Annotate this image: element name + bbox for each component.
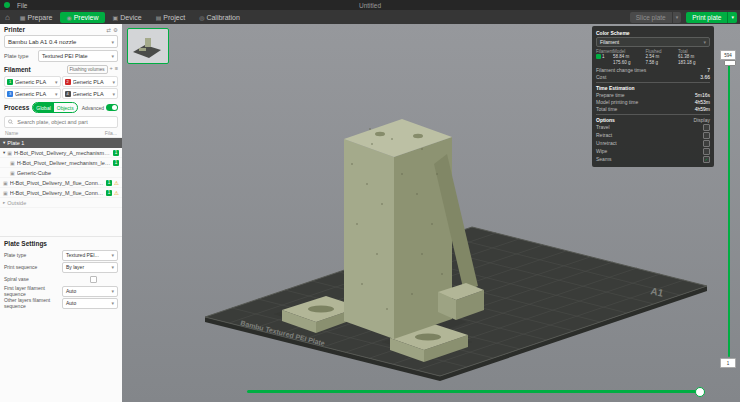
option-retract-checkbox[interactable] (703, 132, 710, 139)
chevron-down-icon: ▾ (111, 39, 114, 45)
filament-color-chip[interactable]: 3 (7, 91, 13, 97)
filament-color-chip[interactable]: 1 (7, 79, 13, 85)
process-section-title: Process (4, 104, 29, 111)
add-filament-icon[interactable]: + (110, 65, 113, 74)
filament-slot-2[interactable]: 2 Generic PLA ▾ (62, 76, 119, 87)
menu-file[interactable]: File (14, 2, 30, 9)
total-time-value: 4h59m (695, 106, 710, 112)
move-slider-handle[interactable] (695, 387, 705, 397)
filament-badge[interactable]: 1 (113, 160, 119, 166)
scope-global[interactable]: Global (33, 103, 53, 112)
color-scheme-select[interactable]: Filament ▾ (596, 37, 710, 47)
printer-settings-icon[interactable]: ⚙ (113, 27, 118, 33)
move-slider-track[interactable] (247, 390, 702, 393)
filament-badge[interactable]: 1 (113, 150, 119, 156)
process-scope-toggle[interactable]: Global Objects (32, 102, 77, 113)
setting-other-layers-select[interactable]: Auto ▾ (62, 298, 118, 309)
calibration-icon: ◎ (199, 14, 204, 21)
slice-plate-button[interactable]: Slice plate ▾ (630, 12, 682, 23)
filament-section-title: Filament (4, 66, 31, 73)
tree-header: Name Fila... (0, 129, 122, 138)
plate-type-label: Plate type (4, 53, 36, 59)
setting-label: Spiral vase (4, 276, 88, 282)
filament-badge[interactable]: 1 (106, 190, 112, 196)
setting-plate-type-select[interactable]: Textured PEI... ▾ (62, 250, 118, 261)
layer-slider[interactable]: 594 1 (720, 50, 738, 368)
filament-color-chip[interactable]: 4 (65, 91, 71, 97)
chevron-down-icon: ▾ (111, 53, 114, 59)
filament-slot-3[interactable]: 3 Generic PLA ▾ (4, 88, 61, 99)
option-seams-checkbox[interactable]: ✓ (703, 156, 710, 163)
time-estimation-title: Time Estimation (596, 85, 635, 91)
tab-project[interactable]: ▤ Project (150, 12, 191, 23)
expand-icon[interactable]: ▸ (3, 200, 5, 205)
filament-badge[interactable]: 1 (106, 180, 112, 186)
tree-row-object[interactable]: ▣ Generic-Cube (0, 168, 122, 178)
search-input[interactable] (15, 118, 114, 126)
warning-icon: ⚠ (114, 190, 119, 196)
scope-objects[interactable]: Objects (54, 103, 77, 112)
collapse-icon[interactable]: ▾ (3, 140, 5, 145)
filament-section-header: Filament Flushing volumes + ≡ (0, 63, 122, 75)
setting-print-sequence-select[interactable]: By layer ▾ (62, 262, 118, 273)
slice-dropdown-icon[interactable]: ▾ (672, 12, 682, 23)
option-unretract-checkbox[interactable] (703, 140, 710, 147)
filament-list-icon[interactable]: ≡ (115, 65, 118, 74)
tab-project-label: Project (163, 14, 185, 21)
chevron-down-icon: ▾ (111, 288, 114, 294)
move-slider[interactable] (247, 385, 702, 397)
layer-slider-bottom-value[interactable]: 1 (720, 358, 736, 368)
layer-slider-handle[interactable] (724, 60, 736, 66)
prepare-icon: ▦ (20, 14, 26, 21)
option-wipe-label: Wipe (596, 148, 607, 154)
filament-slot-1[interactable]: 1 Generic PLA ▾ (4, 76, 61, 87)
tree-col-filament: Fila... (105, 130, 117, 136)
search-box[interactable] (4, 116, 118, 128)
filament-slot-4[interactable]: 4 Generic PLA ▾ (62, 88, 119, 99)
tree-row-plate-1[interactable]: ▾ Plate 1 (0, 138, 122, 148)
filament-color-chip[interactable]: 2 (65, 79, 71, 85)
flushing-volumes-button[interactable]: Flushing volumes (67, 65, 108, 74)
printer-preset-select[interactable]: Bambu Lab A1 0.4 nozzle ▾ (4, 35, 118, 48)
home-icon[interactable]: ⌂ (5, 13, 10, 22)
cost-value: 3.66 (700, 74, 710, 80)
setting-first-layer-select[interactable]: Auto ▾ (62, 286, 118, 297)
collapse-icon[interactable]: ▾ (3, 150, 5, 155)
printer-connect-icon[interactable]: ⇄ (106, 27, 111, 33)
option-travel-checkbox[interactable] (703, 124, 710, 131)
layer-slider-top-value[interactable]: 594 (720, 50, 736, 60)
plate-type-select[interactable]: Textured PEI Plate ▾ (38, 50, 118, 62)
chevron-down-icon: ▾ (112, 79, 115, 85)
tree-row-outside[interactable]: ▸ Outside (0, 198, 122, 208)
project-icon: ▤ (156, 14, 162, 21)
option-unretract-label: Unretract (596, 140, 617, 146)
advanced-toggle[interactable] (106, 104, 118, 111)
tree-row-object[interactable]: ▣ H-Bot_Pivot_Delivery_M_flue_Connector_… (0, 178, 122, 188)
tree-row-object[interactable]: ▣ H-Bot_Pivot_Deliver_mechanism_lever.st… (0, 158, 122, 168)
flushed-usage-cell: 2.54 m7.58 g (645, 54, 675, 66)
model-time-value: 4h53m (695, 99, 710, 105)
option-wipe-checkbox[interactable] (703, 148, 710, 155)
setting-value: Auto (66, 288, 76, 294)
plate-row-label: Plate 1 (7, 140, 119, 146)
print-plate-button[interactable]: Print plate ▾ (686, 12, 737, 23)
tab-preview[interactable]: ◉ Preview (60, 12, 104, 23)
plate-type-value: Textured PEI Plate (42, 53, 88, 59)
filament-name: Generic PLA (15, 79, 51, 85)
tab-calibration[interactable]: ◎ Calibration (193, 12, 246, 23)
chevron-down-icon: ▾ (111, 252, 114, 258)
tab-device[interactable]: ▣ Device (107, 12, 148, 23)
setting-plate-type: Plate type Textured PEI... ▾ (0, 249, 122, 261)
print-dropdown-icon[interactable]: ▾ (727, 12, 737, 23)
tab-calibration-label: Calibration (206, 14, 239, 21)
layer-slider-track[interactable] (728, 61, 730, 357)
3d-viewport[interactable]: Bambu Textured PEI Plate A1 (122, 24, 740, 402)
spiral-vase-checkbox[interactable] (90, 276, 97, 283)
model-tower[interactable] (344, 119, 484, 339)
tab-prepare[interactable]: ▦ Prepare (14, 12, 59, 23)
window-title: Untitled (359, 2, 381, 9)
plate-thumbnail[interactable] (127, 28, 169, 64)
tree-row-object[interactable]: ▣ H-Bot_Pivot_Delivery_M_flue_Connector_… (0, 188, 122, 198)
tree-row-object[interactable]: ▾ ▣ H-Bot_Pivot_Delivery_A_mechanism_lev… (0, 148, 122, 158)
device-icon: ▣ (113, 14, 119, 21)
